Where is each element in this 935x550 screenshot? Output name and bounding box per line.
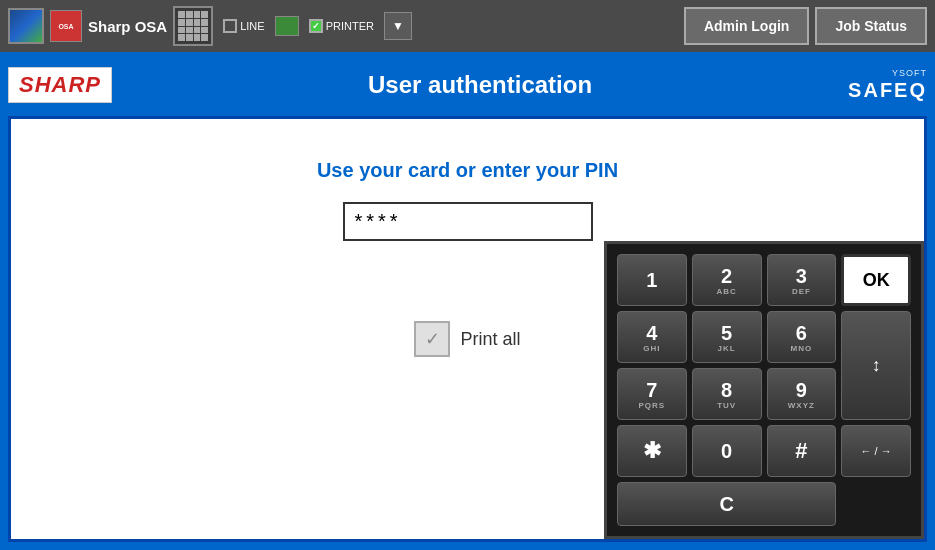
osa-logo-icon: OSA <box>50 10 82 42</box>
numpad-6-button[interactable]: 6 MNO <box>767 311 837 363</box>
numpad-9-button[interactable]: 9 WXYZ <box>767 368 837 420</box>
print-all-area[interactable]: ✓ Print all <box>414 321 520 357</box>
numpad-5-button[interactable]: 5 JKL <box>692 311 762 363</box>
print-all-checkbox[interactable]: ✓ <box>414 321 450 357</box>
numpad-3-button[interactable]: 3 DEF <box>767 254 837 306</box>
numpad-star-button[interactable]: ✱ <box>617 425 687 477</box>
numpad-4-button[interactable]: 4 GHI <box>617 311 687 363</box>
numpad-clear-button[interactable]: C <box>617 482 836 526</box>
safeq-label: SAFEQ <box>848 79 927 101</box>
numpad-ok-button[interactable]: OK <box>841 254 911 306</box>
printer-icon <box>275 16 299 36</box>
print-all-label: Print all <box>460 329 520 350</box>
numpad-8-button[interactable]: 8 TUV <box>692 368 762 420</box>
app-name-label: Sharp OSA <box>88 18 167 35</box>
numpad-overlay: 1 2 ABC 3 DEF OK 4 GHI <box>604 241 924 539</box>
sharp-osa-icon <box>8 8 44 44</box>
content-box: Use your card or enter your PIN **** ✓ P… <box>8 116 927 542</box>
auth-title: User authentication <box>368 71 592 99</box>
job-status-button[interactable]: Job Status <box>815 7 927 45</box>
pin-instruction: Use your card or enter your PIN <box>317 159 618 182</box>
numpad-leftright-button[interactable]: ← / → <box>841 425 911 477</box>
sharp-logo: SHARP <box>8 67 112 103</box>
printer-check-icon: ✓ <box>309 19 323 33</box>
numpad-grid: 1 2 ABC 3 DEF OK 4 GHI <box>617 254 911 526</box>
auth-title-wrap: User authentication <box>112 71 848 99</box>
numpad-updown-button[interactable]: ↕ <box>841 311 911 420</box>
grid-icon <box>173 6 213 46</box>
dropdown-arrow-icon[interactable]: ▼ <box>384 12 412 40</box>
numpad-hash-button[interactable]: # <box>767 425 837 477</box>
ysoft-label: YSOFT <box>848 69 927 79</box>
safeq-logo: YSOFT SAFEQ <box>848 69 927 101</box>
printer-label: PRINTER <box>326 20 374 32</box>
printer-status: ✓ PRINTER <box>309 19 374 33</box>
status-icons: LINE ✓ PRINTER ▼ <box>223 12 412 40</box>
main-content: SHARP User authentication YSOFT SAFEQ Us… <box>0 52 935 550</box>
sharp-logo-text: SHARP <box>19 72 101 98</box>
numpad-0-button[interactable]: 0 <box>692 425 762 477</box>
pin-value-display: **** <box>355 210 402 233</box>
numpad-7-button[interactable]: 7 PQRS <box>617 368 687 420</box>
line-label: LINE <box>240 20 264 32</box>
numpad-1-button[interactable]: 1 <box>617 254 687 306</box>
top-bar: OSA Sharp OSA LINE ✓ PRINTER ▼ Admin Log… <box>0 0 935 52</box>
auth-header: SHARP User authentication YSOFT SAFEQ <box>8 60 927 110</box>
pin-input[interactable]: **** <box>343 202 593 241</box>
numpad-2-button[interactable]: 2 ABC <box>692 254 762 306</box>
admin-login-button[interactable]: Admin Login <box>684 7 810 45</box>
line-status: LINE <box>223 19 264 33</box>
